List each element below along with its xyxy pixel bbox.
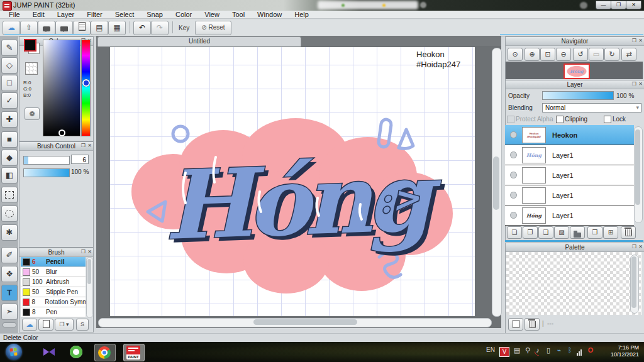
flip-button[interactable]: ⇄ [621, 48, 636, 61]
document-icon[interactable] [73, 21, 91, 35]
menu-snap[interactable]: Snap [140, 11, 169, 18]
taskbar-kmplayer[interactable] [39, 344, 59, 360]
layer-list-scrollbar[interactable] [634, 126, 643, 223]
speaker-muted-icon[interactable]: ♪ [533, 346, 542, 354]
fit-screen-button[interactable]: ⊡ [540, 48, 555, 61]
grid-edit-icon[interactable]: ▦ [108, 21, 126, 35]
palette-swatches-area[interactable] [506, 252, 642, 315]
brush-opacity-slider[interactable] [23, 168, 70, 177]
navigator-thumbnail[interactable]: Hóng [564, 63, 590, 79]
fill-tool[interactable]: ◆ [1, 150, 18, 166]
brush-size-value[interactable]: 6 [71, 155, 89, 164]
rect-select-tool[interactable] [1, 187, 18, 203]
start-button[interactable] [6, 344, 22, 360]
blending-select[interactable]: Normal [542, 103, 641, 112]
redo-button[interactable]: ↷ [151, 21, 169, 35]
comment-rect-icon[interactable] [55, 21, 73, 35]
select-move-tool[interactable]: ➣ [1, 304, 18, 320]
clipping-checkbox[interactable] [556, 116, 564, 123]
hscroll-thumb[interactable] [253, 319, 357, 325]
tray-clock[interactable]: 7:16 PM 10/12/2021 [597, 344, 639, 358]
brush-copy-button[interactable]: ❐ ▾ [55, 319, 74, 331]
taskbar-jumppaint[interactable]: PAINT [123, 344, 145, 361]
opera-icon[interactable]: O [586, 346, 595, 354]
menu-tool[interactable]: Tool [226, 11, 251, 18]
select-pen-tool[interactable]: ✐ [1, 247, 18, 263]
devices-icon[interactable]: ▤ [513, 346, 521, 354]
taskbar-coccoc[interactable] [67, 344, 87, 360]
move-tool[interactable]: ✚ [1, 111, 18, 128]
taskbar-chrome[interactable] [94, 344, 116, 361]
brush-tool[interactable]: ✎ [1, 40, 18, 56]
close-icon[interactable]: ✕ [638, 244, 643, 250]
network-icon[interactable]: ⌁ [555, 346, 564, 354]
saturation-value-box[interactable] [43, 40, 80, 136]
layer-visibility-dot[interactable] [510, 151, 517, 158]
menu-color[interactable]: Color [169, 11, 198, 18]
layer-visibility-dot[interactable] [510, 172, 517, 178]
palette-new-button[interactable] [508, 318, 523, 331]
close-icon[interactable]: ✕ [87, 249, 92, 255]
tone-tool[interactable]: ■ [1, 131, 18, 148]
duplicate-layer-button[interactable]: ❒ [587, 226, 602, 239]
menu-layer[interactable]: Layer [51, 11, 81, 18]
new-onebit-layer-button[interactable]: ❑ [538, 226, 553, 239]
layer-visibility-dot[interactable] [510, 131, 517, 138]
foreground-color-swatch[interactable] [24, 39, 36, 52]
reset-rotation-button[interactable]: ▭ [589, 48, 604, 61]
transparent-color-swatch[interactable] [25, 62, 38, 75]
comment-bubble-icon[interactable] [38, 21, 55, 35]
layer-opacity-slider[interactable] [542, 91, 614, 100]
zoom-in-button[interactable]: ⊕ [525, 48, 540, 61]
brush-cloud-button[interactable]: ☁ [22, 319, 37, 331]
layer-visibility-dot[interactable] [510, 212, 517, 219]
select-eraser-tool[interactable]: ❖ [1, 266, 18, 282]
merge-layer-button[interactable]: ⊞ [603, 226, 618, 239]
layer-row-heokon[interactable]: Heokon #Hoidap247 Heokon [505, 125, 634, 145]
canvas-vscrollbar[interactable] [492, 48, 502, 317]
menu-window[interactable]: Window [251, 11, 288, 18]
protect-alpha-checkbox[interactable] [507, 116, 514, 123]
menu-file[interactable]: File [3, 11, 26, 18]
layer-row-3[interactable]: Layer1 [505, 185, 634, 206]
palette-picker-button[interactable]: ❁ [25, 107, 40, 120]
unikey-icon[interactable]: V [499, 347, 509, 357]
rotate-cw-button[interactable]: ↻ [604, 48, 619, 61]
power-icon[interactable]: ▯ [544, 346, 553, 354]
text-tool[interactable]: T [1, 285, 18, 301]
menu-select[interactable]: Select [109, 11, 141, 18]
brush-row-rotation[interactable]: 8 Rotation Symm [21, 297, 86, 307]
popout-icon[interactable]: ❒ [632, 244, 636, 250]
brush-s-button[interactable]: S [76, 319, 89, 331]
undo-button[interactable]: ↶ [133, 21, 151, 35]
palette-scrollbar[interactable] [630, 255, 639, 314]
hue-bar[interactable] [81, 40, 91, 136]
restore-button[interactable]: ❐ [611, 1, 626, 9]
zoom-out-button[interactable]: ⊖ [556, 48, 571, 61]
hue-marker[interactable] [82, 79, 90, 87]
scroll-thumb[interactable] [635, 129, 640, 205]
lock-checkbox[interactable] [604, 116, 611, 123]
popout-icon[interactable]: ❒ [81, 143, 86, 149]
sv-marker[interactable] [58, 129, 65, 136]
reset-button[interactable]: ⊘ Reset [195, 21, 231, 35]
close-button[interactable]: ✕ [626, 1, 641, 9]
menu-view[interactable]: View [198, 11, 226, 18]
scroll-thumb[interactable] [87, 259, 91, 284]
drawing-canvas[interactable]: Hóng :> Hóng :> Heokon #Hoidap247 [110, 47, 475, 316]
lasso-select-tool[interactable] [1, 206, 18, 222]
popout-icon[interactable]: ❒ [632, 38, 636, 44]
vscroll-thumb[interactable] [493, 156, 499, 210]
frame-tool[interactable]: □ [1, 75, 18, 91]
list-panel-icon[interactable]: ▤ [91, 21, 108, 35]
tray-language[interactable]: EN [484, 346, 497, 353]
brush-row-pen[interactable]: 8 Pen [21, 307, 86, 317]
menu-filter[interactable]: Filter [80, 11, 108, 18]
scroll-thumb[interactable] [631, 256, 636, 308]
brush-row-stipple[interactable]: 50 Stipple Pen [21, 287, 86, 297]
delete-layer-button[interactable] [621, 226, 636, 239]
brush-list-scrollbar[interactable] [86, 257, 93, 318]
bluetooth-icon[interactable]: ᛒ [566, 346, 574, 354]
rotate-ccw-button[interactable]: ↺ [573, 48, 588, 61]
cloud-icon[interactable]: ☁ [3, 21, 20, 35]
